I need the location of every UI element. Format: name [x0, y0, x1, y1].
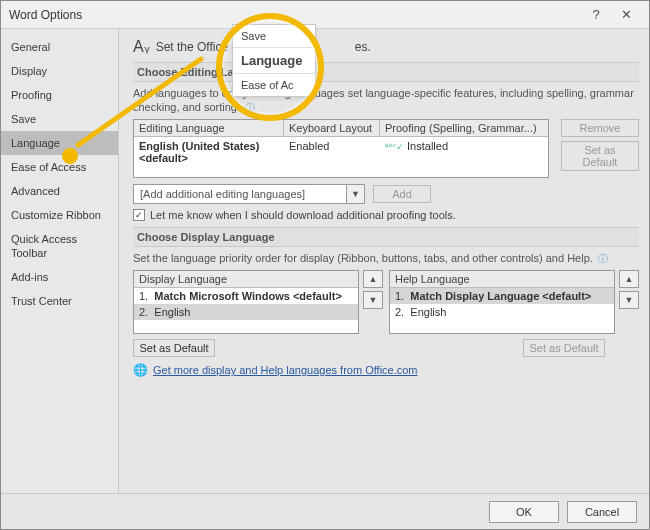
- sidebar-item-advanced[interactable]: Advanced: [1, 179, 118, 203]
- main-panel: Aᵧ Set the Office xxxxxxxxxxxxxxxxxxxx e…: [119, 29, 649, 493]
- cell-proofing: ᵃᵇᶜ✓ Installed: [380, 137, 548, 167]
- annotation-menu-item: Save: [233, 25, 315, 47]
- editing-description: Add languages to edit yo Editing languag…: [133, 86, 639, 115]
- set-default-display-button[interactable]: Set as Default: [133, 339, 215, 357]
- help-language-header: Help Language: [390, 271, 614, 288]
- col-keyboard-layout: Keyboard Layout: [284, 120, 380, 136]
- move-down-button[interactable]: ▼: [619, 291, 639, 309]
- display-group-header: Choose Display Language: [133, 227, 639, 247]
- cancel-button[interactable]: Cancel: [567, 501, 637, 523]
- editing-table-row: Editing Language Keyboard Layout Proofin…: [133, 119, 639, 178]
- sidebar-item-ease-of-access[interactable]: Ease of Access: [1, 155, 118, 179]
- download-tools-row: ✓ Let me know when I should download add…: [133, 209, 639, 221]
- sidebar-item-general[interactable]: General: [1, 35, 118, 59]
- editing-group-header: Choose Editing Lan: [133, 62, 639, 82]
- set-default-help-button[interactable]: Set as Default: [523, 339, 605, 357]
- download-label: Let me know when I should download addit…: [150, 209, 456, 221]
- remove-button[interactable]: Remove: [561, 119, 639, 137]
- table-row[interactable]: English (United States) <default> Enable…: [134, 137, 548, 167]
- editing-language-table[interactable]: Editing Language Keyboard Layout Proofin…: [133, 119, 549, 178]
- annotation-menu-item-language: Language: [233, 47, 315, 74]
- display-description: Set the language priority order for disp…: [133, 251, 639, 266]
- dialog-footer: OK Cancel: [1, 493, 649, 529]
- language-icon: Aᵧ: [133, 37, 150, 56]
- download-checkbox[interactable]: ✓: [133, 209, 145, 221]
- col-editing-language: Editing Language: [134, 120, 284, 136]
- sidebar-item-addins[interactable]: Add-ins: [1, 265, 118, 289]
- sidebar-item-customize-ribbon[interactable]: Customize Ribbon: [1, 203, 118, 227]
- set-default-editing-button[interactable]: Set as Default: [561, 141, 639, 171]
- cell-language: English (United States) <default>: [134, 137, 284, 167]
- ok-button[interactable]: OK: [489, 501, 559, 523]
- sidebar: General Display Proofing Save Language E…: [1, 29, 119, 493]
- cell-keyboard: Enabled: [284, 137, 380, 167]
- sidebar-item-trust-center[interactable]: Trust Center: [1, 289, 118, 313]
- annotation-dot: [62, 148, 78, 164]
- help-button[interactable]: ?: [581, 1, 611, 29]
- move-down-button[interactable]: ▼: [363, 291, 383, 309]
- word-options-dialog: Word Options ? ✕ General Display Proofin…: [0, 0, 650, 530]
- help-language-list[interactable]: Help Language 1. Match Display Language …: [389, 270, 615, 334]
- info-icon[interactable]: ⓘ: [245, 102, 255, 113]
- add-button[interactable]: Add: [373, 185, 431, 203]
- sidebar-item-language[interactable]: Language: [1, 131, 118, 155]
- chevron-down-icon[interactable]: ▼: [346, 185, 364, 203]
- col-proofing: Proofing (Spelling, Grammar...): [380, 120, 548, 136]
- info-icon[interactable]: ⓘ: [598, 253, 608, 264]
- list-item[interactable]: 2. English: [390, 304, 614, 320]
- abc-check-icon: ᵃᵇᶜ✓: [385, 142, 404, 152]
- sidebar-item-display[interactable]: Display: [1, 59, 118, 83]
- add-language-combo[interactable]: [Add additional editing languages] ▼: [133, 184, 365, 204]
- annotation-menu-item: Ease of Ac: [233, 74, 315, 96]
- move-up-button[interactable]: ▲: [619, 270, 639, 288]
- more-languages-link[interactable]: Get more display and Help languages from…: [153, 364, 418, 376]
- move-up-button[interactable]: ▲: [363, 270, 383, 288]
- list-item[interactable]: 1. Match Microsoft Windows <default>: [134, 288, 358, 304]
- more-languages-row: 🌐 Get more display and Help languages fr…: [133, 363, 639, 377]
- sidebar-item-quick-access-toolbar[interactable]: Quick Access Toolbar: [1, 227, 118, 265]
- display-language-header: Display Language: [134, 271, 358, 288]
- display-lists-row: Display Language 1. Match Microsoft Wind…: [133, 270, 639, 334]
- display-language-list[interactable]: Display Language 1. Match Microsoft Wind…: [133, 270, 359, 334]
- list-item[interactable]: 2. English: [134, 304, 358, 320]
- content-area: General Display Proofing Save Language E…: [1, 29, 649, 493]
- globe-icon: 🌐: [133, 363, 148, 377]
- close-button[interactable]: ✕: [611, 1, 641, 29]
- window-title: Word Options: [9, 8, 581, 22]
- sidebar-item-proofing[interactable]: Proofing: [1, 83, 118, 107]
- page-heading: Aᵧ Set the Office xxxxxxxxxxxxxxxxxxxx e…: [133, 37, 639, 56]
- annotation-menu: Save Language Ease of Ac: [232, 24, 316, 97]
- list-item[interactable]: 1. Match Display Language <default>: [390, 288, 614, 304]
- combo-text: [Add additional editing languages]: [134, 188, 346, 200]
- title-bar: Word Options ? ✕: [1, 1, 649, 29]
